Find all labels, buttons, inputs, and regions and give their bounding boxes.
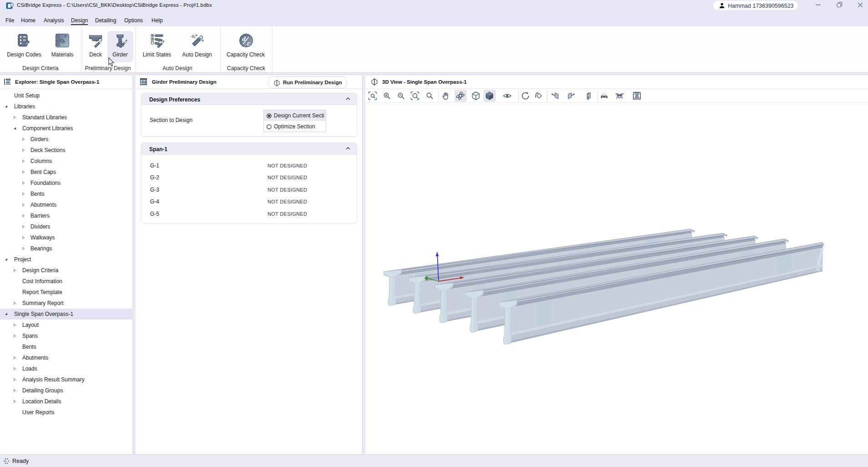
- svg-text:c: c: [247, 40, 250, 47]
